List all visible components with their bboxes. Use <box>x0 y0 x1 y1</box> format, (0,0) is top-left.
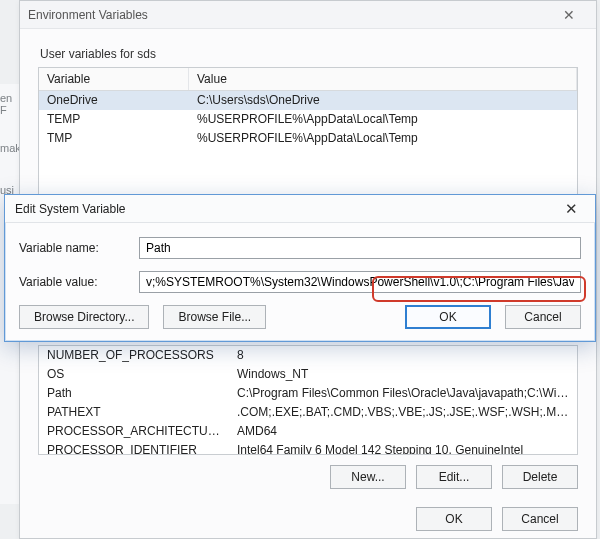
table-row[interactable]: NUMBER_OF_PROCESSORS 8 <box>39 346 577 365</box>
env-dialog-footer-buttons: OK Cancel <box>38 507 578 531</box>
table-row[interactable]: TMP %USERPROFILE%\AppData\Local\Temp <box>39 129 577 148</box>
edit-button[interactable]: Edit... <box>416 465 492 489</box>
column-variable[interactable]: Variable <box>39 68 189 90</box>
edit-system-variable-dialog: Edit System Variable ✕ Variable name: Va… <box>4 194 596 342</box>
table-header: Variable Value <box>39 68 577 91</box>
browse-file-button[interactable]: Browse File... <box>163 305 266 329</box>
table-row[interactable]: PROCESSOR_ARCHITECTURE AMD64 <box>39 422 577 441</box>
table-row[interactable]: Path C:\Program Files\Common Files\Oracl… <box>39 384 577 403</box>
table-row[interactable]: PROCESSOR_IDENTIFIER Intel64 Family 6 Mo… <box>39 441 577 455</box>
close-icon[interactable]: ✕ <box>551 195 591 222</box>
new-button[interactable]: New... <box>330 465 406 489</box>
system-variables-table[interactable]: NUMBER_OF_PROCESSORS 8 OS Windows_NT Pat… <box>38 345 578 455</box>
user-variables-table[interactable]: Variable Value OneDrive C:\Users\sds\One… <box>38 67 578 197</box>
env-dialog-title: Environment Variables <box>28 8 148 22</box>
close-icon[interactable]: ✕ <box>550 1 588 28</box>
user-variables-label: User variables for sds <box>40 47 578 61</box>
table-row[interactable]: OS Windows_NT <box>39 365 577 384</box>
column-value[interactable]: Value <box>189 68 577 90</box>
table-row[interactable]: PATHEXT .COM;.EXE;.BAT;.CMD;.VBS;.VBE;.J… <box>39 403 577 422</box>
ok-button[interactable]: OK <box>416 507 492 531</box>
variable-value-input[interactable] <box>139 271 581 293</box>
system-vars-button-row: New... Edit... Delete <box>38 465 578 489</box>
edit-dialog-titlebar[interactable]: Edit System Variable ✕ <box>5 195 595 223</box>
cancel-button[interactable]: Cancel <box>505 305 581 329</box>
cancel-button[interactable]: Cancel <box>502 507 578 531</box>
table-row[interactable]: OneDrive C:\Users\sds\OneDrive <box>39 91 577 110</box>
edit-dialog-title: Edit System Variable <box>15 202 126 216</box>
variable-name-input[interactable] <box>139 237 581 259</box>
browse-directory-button[interactable]: Browse Directory... <box>19 305 149 329</box>
table-row[interactable]: TEMP %USERPROFILE%\AppData\Local\Temp <box>39 110 577 129</box>
delete-button[interactable]: Delete <box>502 465 578 489</box>
variable-value-label: Variable value: <box>19 275 139 289</box>
env-dialog-titlebar[interactable]: Environment Variables ✕ <box>20 1 596 29</box>
variable-name-label: Variable name: <box>19 241 139 255</box>
ok-button[interactable]: OK <box>405 305 491 329</box>
